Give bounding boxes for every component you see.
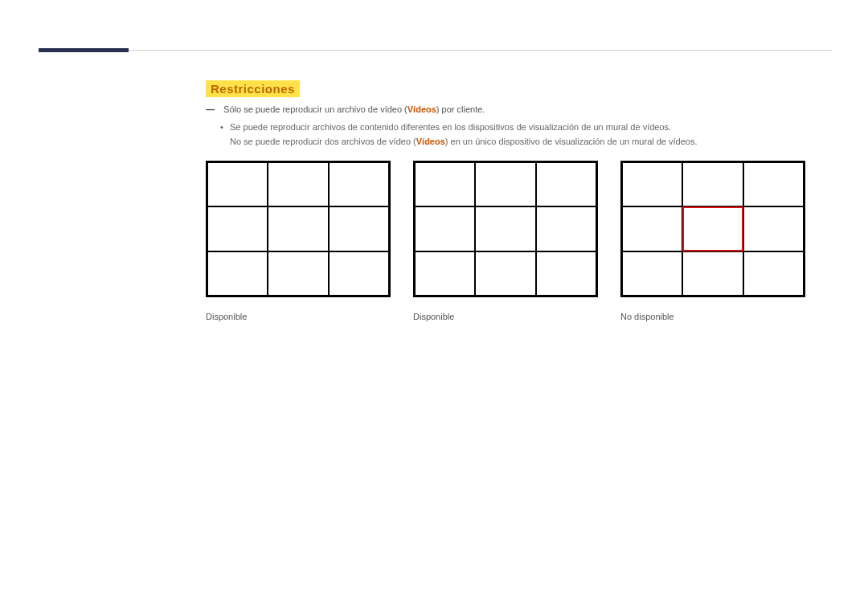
- grid-cell: [268, 206, 328, 251]
- grid-cell: [415, 206, 475, 251]
- grid-cell: [415, 162, 475, 206]
- grid-cell: [329, 251, 389, 296]
- grid-row: Disponible Disponible No disponi: [206, 161, 805, 321]
- grid-cell: [536, 162, 596, 206]
- grid-cell: [475, 162, 535, 206]
- grid-cell: [743, 251, 804, 296]
- note-prefix: Sólo se puede reproducir un archivo de v…: [223, 104, 407, 114]
- grid-cell: [682, 251, 743, 296]
- grid-cell: [268, 162, 328, 206]
- grid-cell: [207, 162, 268, 206]
- grid-cell: [743, 162, 804, 206]
- grid-cell: [536, 251, 596, 296]
- caption-2: Disponible: [413, 312, 598, 321]
- note-marker: ―: [206, 104, 215, 114]
- grid-cell: [622, 251, 682, 296]
- caption-1: Disponible: [206, 312, 391, 321]
- grid-cell: [475, 251, 535, 296]
- note-keyword: Vídeos: [407, 104, 436, 114]
- bullet-1: Se puede reproducir archivos de contenid…: [230, 122, 671, 132]
- grid-cell: [682, 162, 743, 206]
- grid-cell: [415, 251, 475, 296]
- grid-cell: [622, 206, 682, 251]
- section-heading: Restricciones: [206, 80, 300, 97]
- bullet2-prefix: No se puede reproducir dos archivos de v…: [230, 137, 416, 146]
- note-suffix: ) por cliente.: [436, 104, 485, 114]
- grid-column-2: Disponible: [413, 161, 598, 321]
- grid-cell: [329, 162, 389, 206]
- grid-cell: [207, 251, 268, 296]
- grid-cell: [536, 206, 596, 251]
- grid-available-1: [206, 161, 391, 297]
- grid-available-2: [413, 161, 598, 297]
- grid-cell: [329, 206, 389, 251]
- grid-column-1: Disponible: [206, 161, 391, 321]
- top-separator: [39, 50, 833, 51]
- caption-3: No disponible: [620, 312, 805, 321]
- accent-bar: [39, 48, 129, 52]
- bullet2-keyword: Vídeos: [416, 137, 445, 146]
- grid-unavailable: [620, 161, 805, 297]
- grid-cell-highlight: [682, 206, 743, 251]
- bullet-2: No se puede reproducir dos archivos de v…: [230, 137, 698, 146]
- grid-cell: [268, 251, 328, 296]
- grid-column-3: No disponible: [620, 161, 805, 321]
- grid-cell: [207, 206, 268, 251]
- grid-cell: [475, 206, 535, 251]
- note-line: ― Sólo se puede reproducir un archivo de…: [206, 103, 485, 116]
- grid-cell: [743, 206, 804, 251]
- bullet2-suffix: ) en un único dispositivo de visualizaci…: [445, 137, 698, 146]
- grid-cell: [622, 162, 682, 206]
